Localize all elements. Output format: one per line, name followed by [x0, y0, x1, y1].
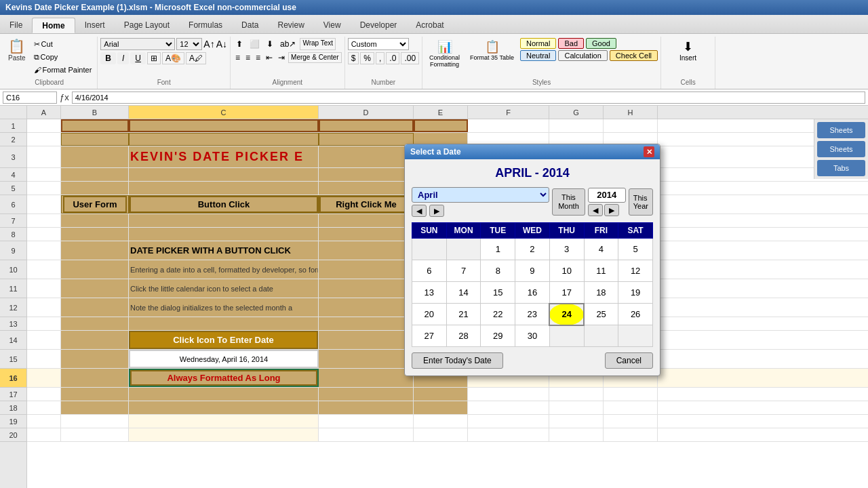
cell-c19[interactable]: [129, 415, 319, 428]
cell-c6[interactable]: Button Click: [129, 195, 319, 214]
cell-b9[interactable]: [61, 241, 129, 260]
cell-b20[interactable]: [61, 428, 129, 441]
cell-f1[interactable]: [468, 119, 549, 132]
align-top-icon[interactable]: ⬆: [233, 38, 245, 50]
cell-a10[interactable]: [27, 260, 61, 279]
decrease-indent-icon[interactable]: ⇤: [264, 52, 275, 63]
cell-e1[interactable]: [414, 119, 468, 132]
conditional-formatting-button[interactable]: 📊 ConditionalFormatting: [425, 38, 464, 69]
calculation-style-tag[interactable]: Calculation: [558, 50, 607, 61]
check-cell-style-tag[interactable]: Check Cell: [610, 50, 658, 61]
cell-c4[interactable]: [129, 168, 319, 181]
cell-b16[interactable]: [61, 369, 129, 387]
cell-b4[interactable]: [61, 168, 129, 181]
cell-d3[interactable]: [319, 146, 414, 167]
cell-c18[interactable]: [129, 401, 319, 414]
cell-h18[interactable]: [604, 401, 658, 414]
cell-b5[interactable]: [61, 182, 129, 195]
cell-b11[interactable]: [61, 279, 129, 298]
cell-c10[interactable]: Entering a date into a cell, formatted b…: [129, 260, 319, 279]
cell-b19[interactable]: [61, 415, 129, 428]
cell-c3[interactable]: KEVIN'S DATE PICKER E: [129, 146, 319, 167]
cell-a7[interactable]: [27, 214, 61, 227]
next-month-button[interactable]: ▶: [429, 205, 444, 217]
cell-d7[interactable]: [319, 214, 414, 227]
orientation-button[interactable]: ab↗: [277, 38, 298, 50]
tab-acrobat[interactable]: Acrobat: [406, 18, 453, 33]
cell-b8[interactable]: [61, 228, 129, 241]
cell-b3[interactable]: [61, 146, 129, 167]
number-format-select[interactable]: Custom General Number Currency Date: [348, 38, 409, 50]
cell-b6[interactable]: User Form: [61, 195, 129, 214]
cal-day-20[interactable]: 20: [412, 304, 447, 325]
cell-b1[interactable]: [61, 119, 129, 132]
increase-font-icon[interactable]: A↑: [203, 39, 214, 49]
cell-g18[interactable]: [549, 401, 604, 414]
cal-day-18[interactable]: 18: [584, 282, 618, 304]
tab-insert[interactable]: Insert: [75, 18, 115, 33]
tab-data[interactable]: Data: [232, 18, 268, 33]
right-click-me-button[interactable]: Right Click Me: [319, 196, 413, 213]
cell-e18[interactable]: [414, 401, 468, 414]
increase-indent-icon[interactable]: ⇥: [276, 52, 287, 63]
formula-input[interactable]: [72, 92, 865, 104]
cell-d5[interactable]: [319, 182, 414, 195]
insert-button[interactable]: ⬇ Insert: [675, 38, 701, 63]
cell-h1[interactable]: [604, 119, 658, 132]
align-middle-icon[interactable]: ⬜: [247, 38, 262, 50]
cell-e19[interactable]: [414, 415, 468, 428]
cell-a15[interactable]: [27, 350, 61, 368]
cal-day-16[interactable]: 16: [515, 282, 550, 304]
tab-page-layout[interactable]: Page Layout: [115, 18, 179, 33]
cell-c11[interactable]: Click the little calendar icon to select…: [129, 279, 319, 298]
cell-d2[interactable]: [319, 133, 414, 146]
paste-button[interactable]: 📋 Paste: [4, 38, 30, 63]
cal-day-21[interactable]: 21: [446, 304, 481, 325]
cell-h17[interactable]: [604, 388, 658, 401]
button-click-button[interactable]: Button Click: [130, 196, 318, 213]
underline-button[interactable]: U: [130, 52, 146, 64]
cal-day-7[interactable]: 7: [446, 260, 481, 282]
align-center-icon[interactable]: ≡: [243, 52, 252, 63]
cell-d17[interactable]: [319, 388, 414, 401]
cal-day-13[interactable]: 13: [412, 282, 447, 304]
cell-a9[interactable]: [27, 241, 61, 260]
cell-c1[interactable]: [129, 119, 319, 132]
cell-a18[interactable]: [27, 401, 61, 414]
cal-day-30[interactable]: 30: [515, 325, 550, 347]
cal-day-5[interactable]: 5: [618, 239, 653, 260]
cal-day-26[interactable]: 26: [618, 304, 653, 325]
prev-year-button[interactable]: ◀: [588, 204, 603, 216]
tab-developer[interactable]: Developer: [351, 18, 407, 33]
cal-day-4[interactable]: 4: [584, 239, 618, 260]
this-year-button[interactable]: ThisYear: [629, 188, 653, 216]
cal-day-8[interactable]: 8: [481, 260, 515, 282]
cell-b15[interactable]: [61, 350, 129, 368]
sheets-button-1[interactable]: Sheets: [817, 122, 865, 138]
cell-e17[interactable]: [414, 388, 468, 401]
currency-button[interactable]: $: [348, 52, 359, 64]
tab-file[interactable]: File: [0, 18, 32, 33]
next-year-button[interactable]: ▶: [604, 204, 619, 216]
cell-a4[interactable]: [27, 168, 61, 181]
tab-home[interactable]: Home: [32, 18, 75, 33]
bad-style-tag[interactable]: Bad: [558, 38, 584, 49]
cell-d11[interactable]: [319, 279, 414, 298]
cal-day-11[interactable]: 11: [584, 260, 618, 282]
cal-day-24-selected[interactable]: 24: [549, 304, 584, 325]
cal-day-9[interactable]: 9: [515, 260, 550, 282]
cell-d13[interactable]: [319, 317, 414, 330]
this-month-button[interactable]: ThisMonth: [552, 188, 585, 216]
cancel-button[interactable]: Cancel: [605, 352, 653, 369]
align-bottom-icon[interactable]: ⬇: [264, 38, 276, 50]
cell-d8[interactable]: [319, 228, 414, 241]
cell-d9[interactable]: [319, 241, 414, 260]
cell-c5[interactable]: [129, 182, 319, 195]
cell-f18[interactable]: [468, 401, 549, 414]
align-left-icon[interactable]: ≡: [233, 52, 242, 63]
name-box[interactable]: [3, 92, 57, 104]
neutral-style-tag[interactable]: Neutral: [520, 50, 556, 61]
cell-d4[interactable]: [319, 168, 414, 181]
cal-day-28[interactable]: 28: [446, 325, 481, 347]
tabs-button[interactable]: Tabs: [817, 160, 865, 176]
